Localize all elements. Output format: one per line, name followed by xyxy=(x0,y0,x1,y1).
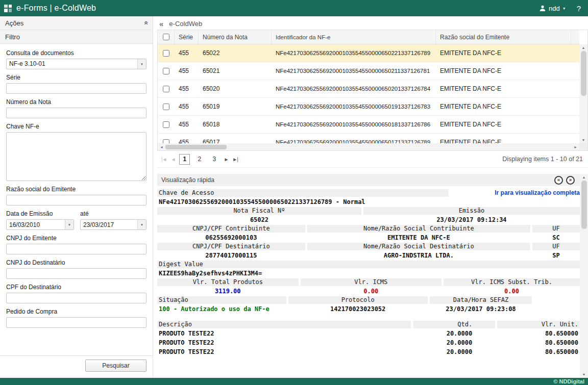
cell-serie: 455 xyxy=(175,80,199,97)
item-vlr-unit: 80.650000 xyxy=(497,329,580,338)
scroll-down-icon[interactable]: ▼ xyxy=(582,138,585,142)
situacao-value: 100 - Autorizado o uso da NF-e xyxy=(157,305,286,313)
user-menu[interactable]: ndd ▼ xyxy=(539,5,566,12)
pedido-compra-input[interactable] xyxy=(6,317,146,328)
cell-razao: EMITENTE DA NFC-E xyxy=(436,62,571,80)
app-title: e-Forms | e-ColdWeb xyxy=(16,4,96,13)
full-view-link[interactable]: Ir para visualização completa xyxy=(495,189,580,197)
quick-view-header: Visualização rápida « » xyxy=(157,174,580,186)
cpf-destinatario-input[interactable] xyxy=(6,293,146,303)
scroll-up-icon[interactable]: ▲ xyxy=(582,46,585,49)
select-all-checkbox[interactable] xyxy=(163,34,169,40)
first-page-button[interactable]: |◄ xyxy=(161,157,167,162)
calendar-dropdown-icon[interactable]: ▼ xyxy=(65,220,74,229)
cell-identificador: NFe4217030625569200010355455000065022133… xyxy=(272,44,436,62)
table-row[interactable]: 455 65021 NFe421703062556920001035545500… xyxy=(158,62,579,80)
situacao-label: Situação xyxy=(157,296,286,304)
row-checkbox[interactable] xyxy=(163,86,169,92)
row-checkbox[interactable] xyxy=(163,104,169,110)
nota-fiscal-value: 65022 xyxy=(157,216,361,224)
row-checkbox[interactable] xyxy=(163,139,169,144)
actions-section-header[interactable]: Ações » xyxy=(0,16,153,30)
previous-document-button[interactable]: « xyxy=(554,176,563,185)
collapse-sidebar-icon[interactable]: « xyxy=(159,20,163,28)
scrollbar-thumb[interactable] xyxy=(581,181,587,229)
column-header-serie[interactable]: Série xyxy=(175,30,199,44)
prev-page-button[interactable]: ◄ xyxy=(171,157,176,162)
scroll-right-icon[interactable]: ► xyxy=(574,145,577,149)
table-row[interactable]: 455 65020 NFe421703062556920001035545500… xyxy=(158,80,579,98)
grid-horizontal-scrollbar[interactable]: ◄ ► xyxy=(158,143,579,150)
scroll-left-icon[interactable]: ◄ xyxy=(160,145,163,149)
next-page-button[interactable]: ► xyxy=(224,157,228,162)
cnpj-emitente-input[interactable] xyxy=(6,244,146,254)
consulta-documentos-value: NF-e 3.10-01 xyxy=(6,59,146,69)
vlr-icms-st-label: Vlr. ICMS Subst. Trib. xyxy=(444,278,580,286)
cnpj-contribuinte-value: 06255692000103 xyxy=(157,234,305,242)
collapse-panel-icon[interactable]: » xyxy=(141,21,150,25)
uf-contribuinte-label: UF xyxy=(532,225,580,233)
column-header-razao[interactable]: Razão social do Emitente xyxy=(436,30,571,44)
row-checkbox[interactable] xyxy=(163,50,169,57)
item-row: PRODUTO TESTE22 20.0000 80.650000 xyxy=(157,339,580,347)
last-page-button[interactable]: ►| xyxy=(232,157,238,162)
ate-label: até xyxy=(80,210,146,217)
cell-razao: EMITENTE DA NFC-E xyxy=(436,116,571,133)
consulta-documentos-select[interactable]: NF-e 3.10-01 ▼ xyxy=(6,59,146,69)
data-fim-input[interactable] xyxy=(80,219,146,230)
chave-nfe-label: Chave NF-e xyxy=(6,123,146,130)
copyright-text: © NDDigital xyxy=(553,378,584,384)
search-button[interactable]: Pesquisar xyxy=(85,360,146,372)
numero-nota-input[interactable] xyxy=(6,108,146,118)
item-descricao: PRODUTO TESTE22 xyxy=(157,339,411,347)
data-inicio-input[interactable] xyxy=(6,219,74,230)
item-vlr-unit: 80.650000 xyxy=(497,348,580,356)
page-button-1[interactable]: 1 xyxy=(179,154,190,165)
dropdown-arrow-icon[interactable]: ▼ xyxy=(137,59,146,69)
cnpj-destinatario-label: CNPJ do Destinatário xyxy=(6,259,146,266)
item-row: PRODUTO TESTE22 20.0000 80.650000 xyxy=(157,329,580,338)
filter-section-header[interactable]: Filtro xyxy=(0,30,153,44)
page-button-3[interactable]: 3 xyxy=(209,154,219,165)
help-button[interactable]: ? xyxy=(577,4,581,13)
quick-view-panel: Visualização rápida « » Chave de Acesso … xyxy=(157,174,588,378)
cell-numero: 65022 xyxy=(199,44,272,62)
scroll-down-icon[interactable]: ▼ xyxy=(582,373,586,376)
cnpj-destinatario-input[interactable] xyxy=(6,268,146,279)
serie-input[interactable] xyxy=(6,83,146,94)
quick-view-title: Visualização rápida xyxy=(161,176,214,184)
cell-numero: 65018 xyxy=(199,116,272,133)
table-row[interactable]: 455 65022 NFe421703062556920001035545500… xyxy=(158,44,579,62)
protocolo-value: 142170023023052 xyxy=(288,305,428,313)
row-checkbox[interactable] xyxy=(163,121,169,128)
cell-razao: EMITENTE DA NFC-E xyxy=(436,44,571,62)
column-header-identificador[interactable]: Identificador da NF-e xyxy=(272,30,436,44)
next-document-button[interactable]: » xyxy=(566,176,575,185)
vlr-total-value: 3119.00 xyxy=(157,287,299,295)
row-checkbox[interactable] xyxy=(163,68,169,74)
calendar-dropdown-icon[interactable]: ▼ xyxy=(137,220,146,229)
grid-vertical-scrollbar[interactable]: ▲ ▼ xyxy=(579,44,587,143)
table-row[interactable]: 455 65019 NFe421703062556920001035545500… xyxy=(158,98,579,116)
quickview-vertical-scrollbar[interactable]: ▲ ▼ xyxy=(580,174,588,378)
nome-destinatario-value: AGRO-INDSTRIA LTDA. xyxy=(307,251,530,260)
pagination-status: Displaying items 1 - 10 of 21 xyxy=(502,156,583,163)
quick-view-body: Chave de Acesso Ir para visualização com… xyxy=(157,186,580,378)
uf-destinatario-value: SP xyxy=(532,251,580,260)
digest-value-label: Digest Value xyxy=(157,261,580,268)
column-header-numero[interactable]: Número da Nota xyxy=(199,30,272,44)
cell-serie: 455 xyxy=(175,98,199,115)
chave-nfe-textarea[interactable] xyxy=(6,132,146,181)
table-row[interactable]: 455 65017 NFe421703062556920001035545500… xyxy=(158,134,579,143)
items-vlr-unit-header: Vlr. Unit. xyxy=(497,321,580,328)
razao-emitente-input[interactable] xyxy=(6,195,146,206)
scroll-up-icon[interactable]: ▲ xyxy=(582,175,586,179)
scrollbar-thumb[interactable] xyxy=(581,51,586,96)
page-button-2[interactable]: 2 xyxy=(194,154,205,165)
tab-ecoldweb[interactable]: e-ColdWeb xyxy=(169,20,202,28)
cnpj-contribuinte-label: CNPJ/CPF Contribuinte xyxy=(157,225,305,233)
scrollbar-thumb[interactable] xyxy=(165,145,227,149)
table-row[interactable]: 455 65018 NFe421703062556920001035545500… xyxy=(158,116,579,134)
item-qtd: 20.0000 xyxy=(413,329,495,338)
items-descricao-header: Descrição xyxy=(157,321,411,328)
